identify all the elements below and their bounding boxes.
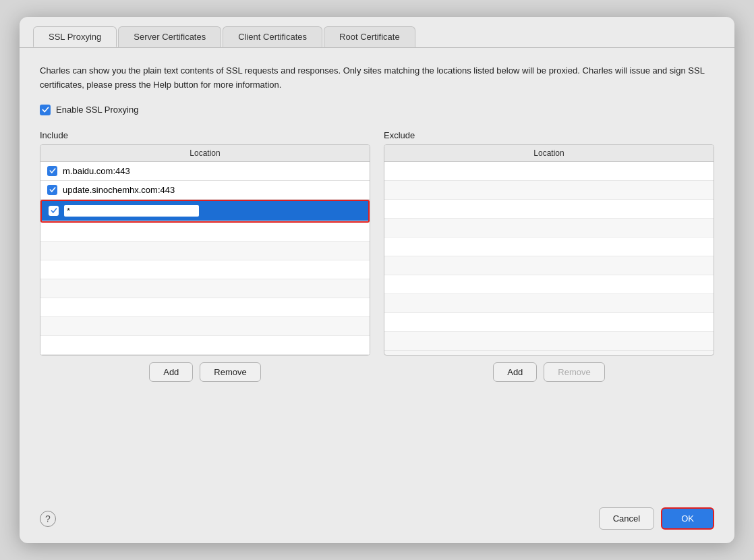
cancel-button[interactable]: Cancel [599,507,654,530]
excl-empty-4 [384,219,714,237]
include-row-2-location: update.sinochemhx.com:443 [63,185,175,195]
exclude-remove-button: Remove [544,362,604,382]
excl-empty-8 [384,294,714,313]
excl-empty-10 [384,332,714,351]
exclude-location-header: Location [384,145,714,162]
include-empty-2 [40,242,370,260]
help-button[interactable]: ? [40,511,56,527]
include-table-body: m.baidu.com:443 update.sinochemhx.com:44… [40,162,370,355]
include-row-2-checkbox[interactable] [47,185,57,195]
include-row-1[interactable]: m.baidu.com:443 [40,162,370,181]
include-empty-rows [40,223,370,355]
enable-ssl-label: Enable SSL Proxying [56,105,138,115]
excl-empty-1 [384,162,714,181]
include-row-3[interactable] [42,201,368,221]
include-row-1-location: m.baidu.com:443 [63,166,130,176]
description-text: Charles can show you the plain text cont… [40,64,714,92]
tab-bar: SSL Proxying Server Certificates Client … [20,17,734,48]
include-empty-4 [40,279,370,298]
include-location-header: Location [40,145,370,162]
excl-empty-6 [384,256,714,275]
ok-button[interactable]: OK [661,507,714,530]
footer-right: Cancel OK [599,507,714,530]
include-row-2[interactable]: update.sinochemhx.com:443 [40,181,370,200]
include-empty-6 [40,317,370,336]
exclude-btn-row: Add Remove [384,362,714,382]
exclude-add-button[interactable]: Add [493,362,537,382]
include-table: Location m.baidu.com:443 [40,144,370,356]
include-title: Include [40,130,370,140]
include-row-3-checkbox[interactable] [49,206,59,216]
include-exclude-section: Include Location m.baidu.com:443 [40,130,714,382]
include-row-1-checkbox[interactable] [47,166,57,176]
include-row-3-wrapper [40,200,370,223]
exclude-column: Exclude Location [384,130,714,382]
footer: ? Cancel OK [20,498,734,530]
excl-empty-2 [384,181,714,200]
include-btn-row: Add Remove [40,362,370,382]
tab-ssl-proxying[interactable]: SSL Proxying [33,26,117,47]
include-column: Include Location m.baidu.com:443 [40,130,370,382]
include-row-3-edit[interactable] [64,205,199,217]
include-empty-1 [40,223,370,242]
tab-server-certificates[interactable]: Server Certificates [118,26,221,47]
include-empty-7 [40,336,370,355]
include-empty-5 [40,298,370,317]
excl-empty-5 [384,237,714,256]
enable-ssl-checkbox[interactable] [40,105,51,115]
enable-ssl-proxying-row[interactable]: Enable SSL Proxying [40,105,714,115]
include-remove-button[interactable]: Remove [200,362,260,382]
excl-empty-3 [384,200,714,219]
main-content: Charles can show you the plain text cont… [20,48,734,498]
include-add-button[interactable]: Add [149,362,193,382]
include-empty-3 [40,260,370,279]
exclude-table: Location [384,144,714,356]
dialog: SSL Proxying Server Certificates Client … [20,17,734,543]
exclude-table-body [384,162,714,355]
excl-empty-9 [384,313,714,332]
tab-root-certificate[interactable]: Root Certificate [324,26,415,47]
excl-empty-7 [384,275,714,294]
tab-client-certificates[interactable]: Client Certificates [223,26,322,47]
exclude-title: Exclude [384,130,714,140]
